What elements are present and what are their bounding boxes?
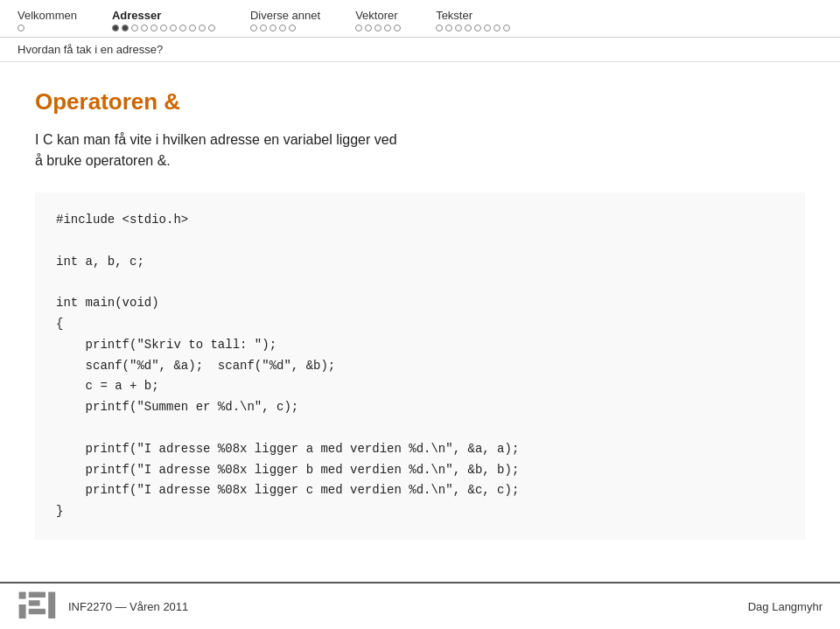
svg-rect-1 [19, 592, 26, 599]
svg-rect-0 [19, 605, 26, 619]
footer-author: Dag Langmyhr [748, 600, 822, 613]
nav-label: Tekster [436, 9, 472, 22]
nav-dots [436, 24, 510, 31]
nav-dot [179, 24, 186, 31]
nav-item-vektorer[interactable]: Vektorer [355, 9, 401, 31]
footer: INF2270 — Våren 2011 Dag Langmyhr [0, 582, 840, 629]
nav-dot [445, 24, 452, 31]
top-navigation: VelkommenAdresserDiverse annetVektorerTe… [0, 0, 840, 38]
nav-dots [18, 24, 24, 31]
nav-dot [199, 24, 206, 31]
svg-rect-2 [29, 592, 46, 598]
intro-text: I C kan man få vite i hvilken adresse en… [35, 129, 805, 171]
code-block: #include <stdio.h> int a, b, c; int main… [35, 192, 805, 540]
nav-dots [112, 24, 215, 31]
nav-dot [112, 24, 119, 31]
svg-rect-5 [48, 592, 55, 619]
nav-dot [18, 24, 24, 31]
nav-dot [474, 24, 481, 31]
ifi-logo [18, 591, 60, 622]
nav-dot [131, 24, 138, 31]
section-title: Operatoren & [35, 88, 805, 115]
nav-dot [141, 24, 148, 31]
nav-dot [279, 24, 286, 31]
nav-dots [355, 24, 401, 31]
nav-dot [394, 24, 401, 31]
nav-dot [189, 24, 196, 31]
nav-dot [355, 24, 362, 31]
nav-label: Diverse annet [250, 9, 320, 22]
footer-left: INF2270 — Våren 2011 [18, 591, 188, 622]
nav-dot [374, 24, 382, 31]
nav-dot [465, 24, 472, 31]
nav-dot [270, 24, 276, 31]
nav-dot [170, 24, 177, 31]
nav-dot [208, 24, 215, 31]
nav-dot [289, 24, 296, 31]
nav-item-tekster[interactable]: Tekster [436, 9, 510, 31]
nav-dot [484, 24, 491, 31]
nav-dot [384, 24, 391, 31]
nav-item-diverse-annet[interactable]: Diverse annet [250, 9, 320, 31]
nav-dot [365, 24, 372, 31]
nav-dot [150, 24, 158, 31]
nav-dot [494, 24, 500, 31]
svg-rect-3 [29, 600, 40, 605]
svg-rect-4 [29, 609, 46, 614]
nav-label: Velkommen [18, 9, 77, 22]
nav-dot [503, 24, 510, 31]
subtitle-text: Hvordan få tak i en adresse? [18, 43, 163, 56]
footer-course: INF2270 — Våren 2011 [68, 600, 188, 613]
nav-dot [260, 24, 267, 31]
nav-dot [455, 24, 462, 31]
nav-label: Adresser [112, 9, 161, 22]
nav-dot [250, 24, 257, 31]
nav-dots [250, 24, 296, 31]
nav-dot [436, 24, 443, 31]
subtitle-bar: Hvordan få tak i en adresse? [0, 38, 840, 62]
nav-dot [160, 24, 167, 31]
nav-dot [122, 24, 129, 31]
nav-item-adresser[interactable]: Adresser [112, 9, 215, 31]
nav-item-velkommen[interactable]: Velkommen [18, 9, 77, 31]
nav-label: Vektorer [355, 9, 397, 22]
main-content: Operatoren & I C kan man få vite i hvilk… [0, 62, 840, 610]
